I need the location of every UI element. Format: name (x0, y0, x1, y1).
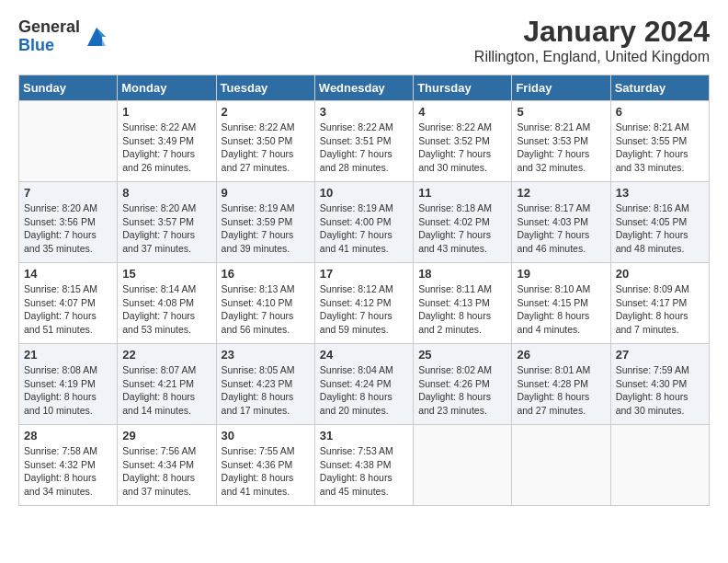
day-info: Sunrise: 8:10 AM Sunset: 4:15 PM Dayligh… (517, 282, 605, 337)
calendar-cell: 2Sunrise: 8:22 AM Sunset: 3:50 PM Daylig… (216, 101, 314, 182)
week-row-2: 7Sunrise: 8:20 AM Sunset: 3:56 PM Daylig… (19, 182, 710, 263)
day-info: Sunrise: 8:22 AM Sunset: 3:49 PM Dayligh… (122, 121, 210, 175)
calendar-cell: 6Sunrise: 8:21 AM Sunset: 3:55 PM Daylig… (610, 101, 709, 182)
logo-icon (84, 24, 109, 50)
calendar-cell (512, 425, 610, 506)
calendar-cell: 5Sunrise: 8:21 AM Sunset: 3:53 PM Daylig… (512, 101, 610, 182)
day-number: 3 (320, 105, 408, 119)
day-number: 24 (320, 348, 408, 362)
day-info: Sunrise: 8:22 AM Sunset: 3:50 PM Dayligh… (222, 121, 310, 175)
day-number: 31 (320, 429, 408, 442)
calendar-cell: 18Sunrise: 8:11 AM Sunset: 4:13 PM Dayli… (414, 263, 512, 344)
day-info: Sunrise: 8:14 AM Sunset: 4:08 PM Dayligh… (122, 282, 210, 337)
calendar-cell: 12Sunrise: 8:17 AM Sunset: 4:03 PM Dayli… (512, 182, 610, 263)
day-info: Sunrise: 8:22 AM Sunset: 3:51 PM Dayligh… (320, 121, 408, 175)
day-info: Sunrise: 8:18 AM Sunset: 4:02 PM Dayligh… (418, 201, 506, 256)
day-info: Sunrise: 8:05 AM Sunset: 4:23 PM Dayligh… (222, 363, 310, 418)
calendar-cell: 3Sunrise: 8:22 AM Sunset: 3:51 PM Daylig… (314, 101, 413, 182)
calendar-table: SundayMondayTuesdayWednesdayThursdayFrid… (18, 75, 710, 506)
calendar-cell (414, 425, 512, 506)
day-number: 19 (517, 267, 605, 281)
day-info: Sunrise: 7:55 AM Sunset: 4:36 PM Dayligh… (222, 444, 310, 499)
header-thursday: Thursday (414, 75, 512, 101)
day-number: 27 (616, 348, 704, 362)
calendar-subtitle: Rillington, England, United Kingdom (474, 49, 710, 65)
logo-general-text: General (18, 18, 80, 37)
day-number: 13 (616, 186, 704, 200)
calendar-cell: 19Sunrise: 8:10 AM Sunset: 4:15 PM Dayli… (512, 263, 610, 344)
day-info: Sunrise: 8:15 AM Sunset: 4:07 PM Dayligh… (24, 282, 112, 337)
day-number: 5 (517, 105, 605, 119)
day-info: Sunrise: 8:19 AM Sunset: 4:00 PM Dayligh… (320, 201, 408, 256)
day-number: 1 (122, 105, 210, 119)
calendar-cell: 13Sunrise: 8:16 AM Sunset: 4:05 PM Dayli… (610, 182, 709, 263)
calendar-cell: 21Sunrise: 8:08 AM Sunset: 4:19 PM Dayli… (19, 344, 118, 425)
calendar-cell: 24Sunrise: 8:04 AM Sunset: 4:24 PM Dayli… (314, 344, 413, 425)
day-info: Sunrise: 8:22 AM Sunset: 3:52 PM Dayligh… (418, 121, 506, 175)
day-info: Sunrise: 8:19 AM Sunset: 3:59 PM Dayligh… (222, 201, 310, 256)
calendar-cell: 23Sunrise: 8:05 AM Sunset: 4:23 PM Dayli… (216, 344, 314, 425)
calendar-cell: 1Sunrise: 8:22 AM Sunset: 3:49 PM Daylig… (118, 101, 216, 182)
day-info: Sunrise: 8:11 AM Sunset: 4:13 PM Dayligh… (418, 282, 506, 337)
day-info: Sunrise: 8:08 AM Sunset: 4:19 PM Dayligh… (24, 363, 112, 418)
page-header: General Blue January 2024 Rillington, En… (18, 15, 710, 65)
calendar-cell: 7Sunrise: 8:20 AM Sunset: 3:56 PM Daylig… (19, 182, 118, 263)
day-number: 30 (222, 429, 310, 442)
header-friday: Friday (512, 75, 610, 101)
day-number: 2 (222, 105, 310, 119)
calendar-cell: 11Sunrise: 8:18 AM Sunset: 4:02 PM Dayli… (414, 182, 512, 263)
day-info: Sunrise: 8:16 AM Sunset: 4:05 PM Dayligh… (616, 201, 704, 256)
week-row-3: 14Sunrise: 8:15 AM Sunset: 4:07 PM Dayli… (19, 263, 710, 344)
calendar-cell: 8Sunrise: 8:20 AM Sunset: 3:57 PM Daylig… (118, 182, 216, 263)
calendar-cell: 20Sunrise: 8:09 AM Sunset: 4:17 PM Dayli… (610, 263, 709, 344)
day-number: 28 (24, 429, 112, 442)
calendar-cell: 30Sunrise: 7:55 AM Sunset: 4:36 PM Dayli… (216, 425, 314, 506)
header-monday: Monday (118, 75, 216, 101)
day-number: 6 (616, 105, 704, 119)
day-info: Sunrise: 8:04 AM Sunset: 4:24 PM Dayligh… (320, 363, 408, 418)
day-info: Sunrise: 7:56 AM Sunset: 4:34 PM Dayligh… (122, 444, 210, 499)
day-info: Sunrise: 8:20 AM Sunset: 3:56 PM Dayligh… (24, 201, 112, 256)
day-number: 16 (222, 267, 310, 281)
day-info: Sunrise: 8:21 AM Sunset: 3:55 PM Dayligh… (616, 121, 704, 175)
calendar-cell: 10Sunrise: 8:19 AM Sunset: 4:00 PM Dayli… (314, 182, 413, 263)
day-info: Sunrise: 8:01 AM Sunset: 4:28 PM Dayligh… (517, 363, 605, 418)
day-info: Sunrise: 8:17 AM Sunset: 4:03 PM Dayligh… (517, 201, 605, 256)
calendar-cell: 9Sunrise: 8:19 AM Sunset: 3:59 PM Daylig… (216, 182, 314, 263)
day-number: 22 (122, 348, 210, 362)
day-number: 17 (320, 267, 408, 281)
day-number: 23 (222, 348, 310, 362)
day-number: 18 (418, 267, 506, 281)
day-number: 25 (418, 348, 506, 362)
calendar-cell (610, 425, 709, 506)
day-number: 29 (122, 429, 210, 442)
day-number: 26 (517, 348, 605, 362)
day-info: Sunrise: 8:13 AM Sunset: 4:10 PM Dayligh… (222, 282, 310, 337)
week-row-5: 28Sunrise: 7:58 AM Sunset: 4:32 PM Dayli… (19, 425, 710, 506)
calendar-cell: 4Sunrise: 8:22 AM Sunset: 3:52 PM Daylig… (414, 101, 512, 182)
day-number: 15 (122, 267, 210, 281)
logo: General Blue (18, 18, 109, 55)
day-number: 10 (320, 186, 408, 200)
day-number: 12 (517, 186, 605, 200)
day-info: Sunrise: 7:58 AM Sunset: 4:32 PM Dayligh… (24, 444, 112, 499)
calendar-cell: 17Sunrise: 8:12 AM Sunset: 4:12 PM Dayli… (314, 263, 413, 344)
day-info: Sunrise: 8:07 AM Sunset: 4:21 PM Dayligh… (122, 363, 210, 418)
day-info: Sunrise: 8:09 AM Sunset: 4:17 PM Dayligh… (616, 282, 704, 337)
calendar-cell: 27Sunrise: 7:59 AM Sunset: 4:30 PM Dayli… (610, 344, 709, 425)
day-info: Sunrise: 8:21 AM Sunset: 3:53 PM Dayligh… (517, 121, 605, 175)
calendar-title: January 2024 (474, 15, 710, 49)
calendar-cell: 28Sunrise: 7:58 AM Sunset: 4:32 PM Dayli… (19, 425, 118, 506)
day-info: Sunrise: 7:59 AM Sunset: 4:30 PM Dayligh… (616, 363, 704, 418)
calendar-cell: 16Sunrise: 8:13 AM Sunset: 4:10 PM Dayli… (216, 263, 314, 344)
calendar-cell: 25Sunrise: 8:02 AM Sunset: 4:26 PM Dayli… (414, 344, 512, 425)
calendar-cell: 22Sunrise: 8:07 AM Sunset: 4:21 PM Dayli… (118, 344, 216, 425)
title-block: January 2024 Rillington, England, United… (474, 15, 710, 65)
calendar-cell: 29Sunrise: 7:56 AM Sunset: 4:34 PM Dayli… (118, 425, 216, 506)
day-info: Sunrise: 8:02 AM Sunset: 4:26 PM Dayligh… (418, 363, 506, 418)
calendar-cell (19, 101, 118, 182)
week-row-4: 21Sunrise: 8:08 AM Sunset: 4:19 PM Dayli… (19, 344, 710, 425)
calendar-cell: 15Sunrise: 8:14 AM Sunset: 4:08 PM Dayli… (118, 263, 216, 344)
week-row-1: 1Sunrise: 8:22 AM Sunset: 3:49 PM Daylig… (19, 101, 710, 182)
header-sunday: Sunday (19, 75, 118, 101)
